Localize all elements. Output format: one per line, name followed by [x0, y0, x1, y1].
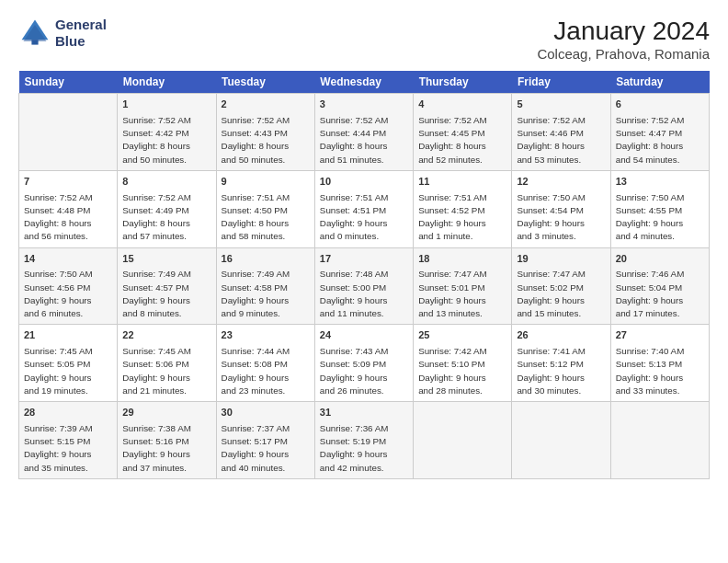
calendar-cell: 30Sunrise: 7:37 AM Sunset: 5:17 PM Dayli…	[216, 402, 314, 479]
calendar-cell: 15Sunrise: 7:49 AM Sunset: 4:57 PM Dayli…	[118, 247, 216, 325]
day-info: Sunrise: 7:51 AM Sunset: 4:51 PM Dayligh…	[320, 191, 408, 244]
col-header-tuesday: Tuesday	[216, 71, 314, 94]
day-number: 14	[24, 252, 112, 267]
day-number: 23	[222, 328, 310, 343]
calendar-cell: 3Sunrise: 7:52 AM Sunset: 4:44 PM Daylig…	[314, 94, 413, 171]
calendar-cell: 9Sunrise: 7:51 AM Sunset: 4:50 PM Daylig…	[216, 170, 314, 247]
day-number: 11	[418, 175, 506, 190]
day-number: 5	[517, 98, 605, 112]
col-header-wednesday: Wednesday	[314, 71, 413, 94]
col-header-thursday: Thursday	[414, 71, 512, 94]
title-block: January 2024 Colceag, Prahova, Romania	[537, 17, 710, 62]
calendar-cell: 26Sunrise: 7:41 AM Sunset: 5:12 PM Dayli…	[512, 325, 610, 402]
day-number: 17	[320, 252, 408, 267]
calendar-cell: 4Sunrise: 7:52 AM Sunset: 4:45 PM Daylig…	[414, 94, 512, 171]
calendar-cell: 12Sunrise: 7:50 AM Sunset: 4:54 PM Dayli…	[512, 170, 610, 247]
day-number: 30	[222, 406, 310, 420]
day-number: 15	[122, 252, 210, 267]
calendar-cell: 27Sunrise: 7:40 AM Sunset: 5:13 PM Dayli…	[610, 325, 709, 402]
day-info: Sunrise: 7:37 AM Sunset: 5:17 PM Dayligh…	[222, 422, 310, 475]
header: General Blue January 2024 Colceag, Praho…	[18, 17, 710, 62]
calendar-cell: 2Sunrise: 7:52 AM Sunset: 4:43 PM Daylig…	[216, 94, 314, 171]
day-info: Sunrise: 7:40 AM Sunset: 5:13 PM Dayligh…	[616, 345, 704, 397]
day-number: 26	[517, 328, 605, 343]
day-info: Sunrise: 7:48 AM Sunset: 5:00 PM Dayligh…	[320, 268, 408, 320]
week-row-2: 7Sunrise: 7:52 AM Sunset: 4:48 PM Daylig…	[19, 170, 710, 247]
calendar-cell	[414, 402, 512, 479]
calendar-cell: 21Sunrise: 7:45 AM Sunset: 5:05 PM Dayli…	[19, 325, 118, 402]
day-number: 7	[24, 175, 112, 190]
week-row-3: 14Sunrise: 7:50 AM Sunset: 4:56 PM Dayli…	[19, 247, 710, 325]
calendar-cell: 7Sunrise: 7:52 AM Sunset: 4:48 PM Daylig…	[19, 170, 118, 247]
calendar-cell: 17Sunrise: 7:48 AM Sunset: 5:00 PM Dayli…	[314, 247, 413, 325]
day-number: 20	[616, 252, 704, 267]
day-info: Sunrise: 7:52 AM Sunset: 4:42 PM Dayligh…	[122, 114, 210, 167]
day-number: 28	[24, 406, 112, 420]
week-row-5: 28Sunrise: 7:39 AM Sunset: 5:15 PM Dayli…	[19, 402, 710, 479]
svg-rect-2	[31, 40, 38, 44]
page-title: January 2024	[537, 17, 710, 46]
calendar-cell	[512, 402, 610, 479]
calendar-cell: 13Sunrise: 7:50 AM Sunset: 4:55 PM Dayli…	[610, 170, 709, 247]
day-number: 22	[122, 328, 210, 343]
day-info: Sunrise: 7:47 AM Sunset: 5:02 PM Dayligh…	[517, 268, 605, 320]
day-info: Sunrise: 7:52 AM Sunset: 4:45 PM Dayligh…	[418, 114, 506, 167]
calendar-cell: 25Sunrise: 7:42 AM Sunset: 5:10 PM Dayli…	[414, 325, 512, 402]
day-info: Sunrise: 7:52 AM Sunset: 4:47 PM Dayligh…	[616, 114, 704, 167]
day-number: 19	[517, 252, 605, 267]
calendar-cell: 28Sunrise: 7:39 AM Sunset: 5:15 PM Dayli…	[19, 402, 118, 479]
day-info: Sunrise: 7:39 AM Sunset: 5:15 PM Dayligh…	[24, 422, 112, 475]
calendar-cell: 20Sunrise: 7:46 AM Sunset: 5:04 PM Dayli…	[610, 247, 709, 325]
day-number: 16	[222, 252, 310, 267]
col-header-saturday: Saturday	[610, 71, 709, 94]
calendar-cell: 16Sunrise: 7:49 AM Sunset: 4:58 PM Dayli…	[216, 247, 314, 325]
day-number: 29	[122, 406, 210, 420]
col-header-monday: Monday	[118, 71, 216, 94]
day-info: Sunrise: 7:38 AM Sunset: 5:16 PM Dayligh…	[122, 422, 210, 475]
day-info: Sunrise: 7:36 AM Sunset: 5:19 PM Dayligh…	[320, 422, 408, 475]
calendar-cell: 8Sunrise: 7:52 AM Sunset: 4:49 PM Daylig…	[118, 170, 216, 247]
day-number: 4	[418, 98, 506, 112]
day-number: 8	[122, 175, 210, 190]
calendar-cell: 31Sunrise: 7:36 AM Sunset: 5:19 PM Dayli…	[314, 402, 413, 479]
day-info: Sunrise: 7:43 AM Sunset: 5:09 PM Dayligh…	[320, 345, 408, 397]
day-number: 27	[616, 328, 704, 343]
day-info: Sunrise: 7:52 AM Sunset: 4:44 PM Dayligh…	[320, 114, 408, 167]
page-subtitle: Colceag, Prahova, Romania	[537, 46, 710, 62]
day-number: 10	[320, 175, 408, 190]
day-number: 3	[320, 98, 408, 112]
week-row-1: 1Sunrise: 7:52 AM Sunset: 4:42 PM Daylig…	[19, 94, 710, 171]
day-number: 9	[222, 175, 310, 190]
day-info: Sunrise: 7:46 AM Sunset: 5:04 PM Dayligh…	[616, 268, 704, 320]
day-info: Sunrise: 7:50 AM Sunset: 4:54 PM Dayligh…	[517, 191, 605, 244]
day-info: Sunrise: 7:49 AM Sunset: 4:58 PM Dayligh…	[222, 268, 310, 320]
calendar-cell	[19, 94, 118, 171]
day-info: Sunrise: 7:52 AM Sunset: 4:49 PM Dayligh…	[122, 191, 210, 244]
day-number: 12	[517, 175, 605, 190]
calendar-cell: 1Sunrise: 7:52 AM Sunset: 4:42 PM Daylig…	[118, 94, 216, 171]
day-info: Sunrise: 7:50 AM Sunset: 4:55 PM Dayligh…	[616, 191, 704, 244]
day-info: Sunrise: 7:52 AM Sunset: 4:46 PM Dayligh…	[517, 114, 605, 167]
day-info: Sunrise: 7:51 AM Sunset: 4:52 PM Dayligh…	[418, 191, 506, 244]
calendar-cell: 14Sunrise: 7:50 AM Sunset: 4:56 PM Dayli…	[19, 247, 118, 325]
day-number: 2	[222, 98, 310, 112]
logo-icon	[18, 17, 51, 50]
calendar-table: SundayMondayTuesdayWednesdayThursdayFrid…	[18, 71, 710, 479]
day-info: Sunrise: 7:45 AM Sunset: 5:05 PM Dayligh…	[24, 345, 112, 397]
day-number: 21	[24, 328, 112, 343]
day-number: 13	[616, 175, 704, 190]
day-number: 1	[122, 98, 210, 112]
calendar-cell: 23Sunrise: 7:44 AM Sunset: 5:08 PM Dayli…	[216, 325, 314, 402]
calendar-cell	[610, 402, 709, 479]
day-number: 6	[616, 98, 704, 112]
day-number: 24	[320, 328, 408, 343]
page: General Blue January 2024 Colceag, Praho…	[0, 0, 728, 563]
logo: General Blue	[18, 17, 107, 50]
calendar-cell: 29Sunrise: 7:38 AM Sunset: 5:16 PM Dayli…	[118, 402, 216, 479]
calendar-cell: 19Sunrise: 7:47 AM Sunset: 5:02 PM Dayli…	[512, 247, 610, 325]
day-info: Sunrise: 7:50 AM Sunset: 4:56 PM Dayligh…	[24, 268, 112, 320]
col-header-friday: Friday	[512, 71, 610, 94]
col-header-sunday: Sunday	[19, 71, 118, 94]
calendar-cell: 5Sunrise: 7:52 AM Sunset: 4:46 PM Daylig…	[512, 94, 610, 171]
day-number: 18	[418, 252, 506, 267]
